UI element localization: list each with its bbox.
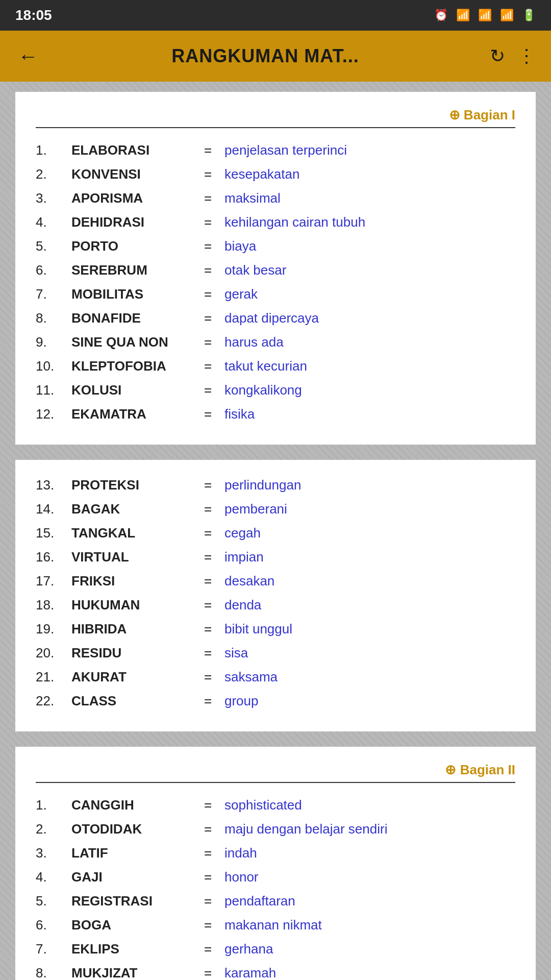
signal1-icon: 📶 — [478, 9, 492, 22]
list-item: 4. DEHIDRASI = kehilangan cairan tubuh — [36, 212, 515, 232]
wifi-icon: 📶 — [456, 9, 470, 22]
signal2-icon: 📶 — [500, 9, 514, 22]
list-item: 6. SEREBRUM = otak besar — [36, 260, 515, 280]
list-item: 5. REGISTRASI = pendaftaran — [36, 891, 515, 911]
app-bar: ← RANGKUMAN MAT... ↻ ⋮ — [0, 31, 551, 82]
list-item: 3. APORISMA = maksimal — [36, 188, 515, 208]
list-item: 12. EKAMATRA = fisika — [36, 404, 515, 424]
list-item: 18. HUKUMAN = denda — [36, 595, 515, 615]
list-item: 14. BAGAK = pemberani — [36, 499, 515, 519]
page-title: RANGKUMAN MAT... — [56, 45, 474, 67]
list-item: 13. PROTEKSI = perlindungan — [36, 475, 515, 495]
list-item: 8. BONAFIDE = dapat dipercaya — [36, 308, 515, 328]
list-item: 6. BOGA = makanan nikmat — [36, 915, 515, 935]
menu-button[interactable]: ⋮ — [517, 45, 536, 67]
battery-icon: 🔋 — [522, 9, 536, 22]
list-item: 9. SINE QUA NON = harus ada — [36, 332, 515, 352]
vocab-list-1: 1. ELABORASI = penjelasan terperinci 2. … — [36, 140, 515, 424]
status-bar: 18:05 ⏰ 📶 📶 📶 🔋 — [0, 0, 551, 31]
app-bar-actions: ↻ ⋮ — [490, 45, 536, 67]
vocab-list-3: 1. CANGGIH = sophisticated 2. OTODIDAK =… — [36, 795, 515, 980]
list-item: 16. VIRTUAL = impian — [36, 547, 515, 567]
card-section-2: 13. PROTEKSI = perlindungan 14. BAGAK = … — [15, 460, 536, 731]
list-item: 19. HIBRIDA = bibit unggul — [36, 619, 515, 639]
list-item: 2. OTODIDAK = maju dengan belajar sendir… — [36, 819, 515, 839]
content-area: ⊕ Bagian I 1. ELABORASI = penjelasan ter… — [0, 82, 551, 980]
back-button[interactable]: ← — [15, 45, 41, 68]
list-item: 3. LATIF = indah — [36, 843, 515, 863]
section-header-2: ⊕ Bagian II — [36, 762, 515, 783]
list-item: 20. RESIDU = sisa — [36, 643, 515, 663]
list-item: 1. CANGGIH = sophisticated — [36, 795, 515, 815]
section-label-2: ⊕ Bagian II — [445, 762, 515, 778]
card-section-3: ⊕ Bagian II 1. CANGGIH = sophisticated 2… — [15, 747, 536, 980]
time: 18:05 — [15, 7, 52, 23]
section-header-1: ⊕ Bagian I — [36, 107, 515, 128]
list-item: 4. GAJI = honor — [36, 867, 515, 887]
list-item: 15. TANGKAL = cegah — [36, 523, 515, 543]
list-item: 17. FRIKSI = desakan — [36, 571, 515, 591]
list-item: 11. KOLUSI = kongkalikong — [36, 380, 515, 400]
list-item: 2. KONVENSI = kesepakatan — [36, 164, 515, 184]
status-icons: ⏰ 📶 📶 📶 🔋 — [434, 9, 536, 22]
list-item: 10. KLEPTOFOBIA = takut kecurian — [36, 356, 515, 376]
alarm-icon: ⏰ — [434, 9, 448, 22]
list-item: 8. MUKJIZAT = karamah — [36, 963, 515, 980]
section-label-1: ⊕ Bagian I — [449, 107, 515, 123]
card-section-1: ⊕ Bagian I 1. ELABORASI = penjelasan ter… — [15, 92, 536, 445]
list-item: 22. CLASS = group — [36, 691, 515, 711]
list-item: 1. ELABORASI = penjelasan terperinci — [36, 140, 515, 160]
list-item: 21. AKURAT = saksama — [36, 667, 515, 687]
list-item: 5. PORTO = biaya — [36, 236, 515, 256]
vocab-list-2: 13. PROTEKSI = perlindungan 14. BAGAK = … — [36, 475, 515, 711]
refresh-button[interactable]: ↻ — [490, 45, 505, 67]
list-item: 7. EKLIPS = gerhana — [36, 939, 515, 959]
list-item: 7. MOBILITAS = gerak — [36, 284, 515, 304]
